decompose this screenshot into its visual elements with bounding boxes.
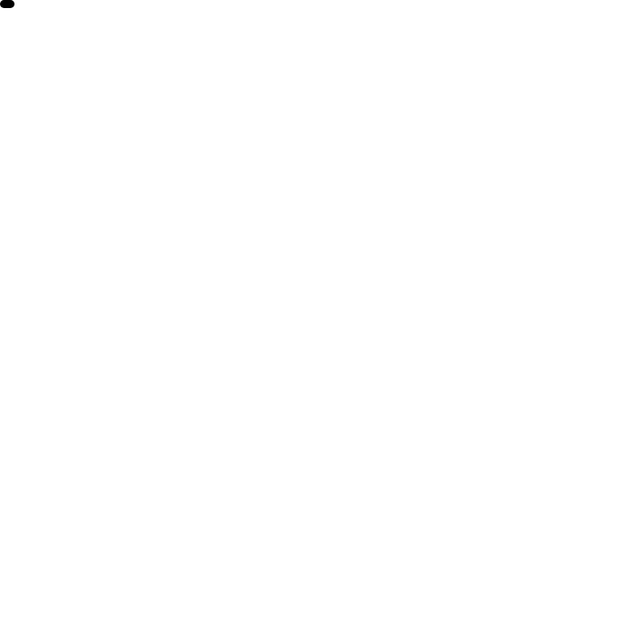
chart-stage [0, 0, 644, 644]
minimum-marker [0, 0, 14, 8]
bottleneck-chart [0, 0, 644, 644]
